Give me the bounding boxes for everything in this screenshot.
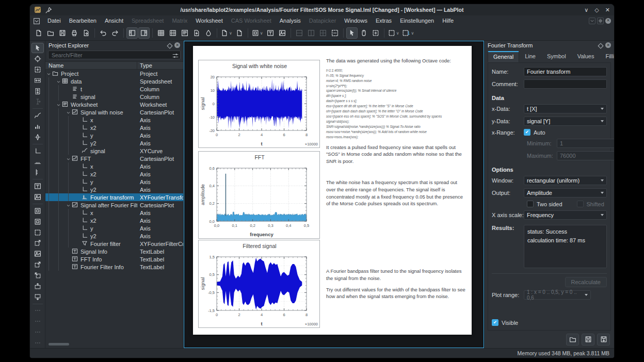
close-menubar-icon[interactable]: ✕ [605, 18, 611, 24]
print-preview-button[interactable] [81, 27, 92, 39]
menu-ansicht[interactable]: Ansicht [101, 17, 127, 25]
tree-horizontal-scrollbar[interactable] [47, 342, 181, 347]
float-dock-icon[interactable] [597, 42, 603, 48]
visible-checkbox[interactable]: ✔ [492, 319, 498, 326]
tree-row-fft-info[interactable]: FFT InfoTextLabel [45, 255, 183, 263]
output-combobox[interactable]: Amplitude [524, 188, 607, 198]
tree-row-project[interactable]: ProjectProject [45, 70, 183, 77]
scale-auto-x-tool[interactable] [31, 270, 44, 281]
zoom-fit-page-tool[interactable] [31, 249, 44, 259]
fourier-filter-info-label[interactable]: A Fourier bandpass filter tuned to the s… [326, 268, 466, 300]
close-dock-icon[interactable]: ✕ [605, 42, 611, 48]
zoom-selection-tool[interactable] [31, 64, 44, 75]
tree-row-x2[interactable]: x2Axis [45, 217, 183, 224]
import-data-button[interactable] [191, 27, 202, 39]
settings-gear-icon[interactable] [597, 18, 604, 24]
scale-auto-y-tool[interactable] [31, 281, 44, 291]
menu-bearbeiten[interactable]: Bearbeiten [65, 17, 101, 25]
zoom-x-selection-tool[interactable] [31, 75, 44, 86]
xaxis-scale-combobox[interactable]: Frequency [524, 210, 607, 220]
window-menu-icon[interactable] [33, 18, 40, 24]
new-spreadsheet-button[interactable] [155, 27, 167, 39]
new-worksheet-button[interactable] [179, 27, 190, 39]
save-project-button[interactable] [57, 27, 68, 39]
tree-row-signal[interactable]: signalXYCurve [45, 147, 183, 155]
zoom-select-mode-button[interactable] [370, 27, 381, 39]
tree-row-y[interactable]: yAxis [45, 224, 183, 232]
plot-filtered-signal[interactable]: Filtered signal024681,50,5-0,5-1,5t×1000… [198, 240, 320, 328]
plot-signal-with-white-noise[interactable]: Signal with white noise0246820100-10-20t… [198, 60, 320, 148]
duplicate-document-button[interactable] [234, 27, 245, 39]
break-layout-button[interactable] [329, 27, 341, 39]
magnification-button[interactable]: 1∨ [401, 27, 415, 39]
menu-hilfe[interactable]: Hilfe [438, 17, 458, 25]
select-mode-tool[interactable] [31, 43, 44, 53]
zoom-fit-selection-tool[interactable] [31, 238, 44, 248]
save-config-button[interactable] [582, 334, 594, 345]
collapse-menubar-icon[interactable] [589, 18, 595, 24]
search-input[interactable] [51, 52, 172, 59]
menu-datei[interactable]: Datei [43, 17, 65, 25]
ydata-combobox[interactable]: signal [Y] [524, 117, 607, 126]
tree-row-fft[interactable]: FFTCartesianPlot [45, 155, 183, 162]
tree-row-signal-info[interactable]: Signal InfoTextLabel [45, 248, 183, 255]
add-histogram-tool[interactable] [31, 121, 44, 131]
tree-row-y2[interactable]: y2Axis [45, 232, 183, 240]
zoom-y-selection-tool[interactable] [31, 86, 44, 96]
shift-down-tool[interactable] [31, 292, 44, 302]
two-sided-checkbox[interactable] [527, 201, 534, 207]
pin-icon[interactable] [45, 7, 51, 13]
tree-row-y[interactable]: yAxis [45, 131, 183, 139]
filter-options-icon[interactable] [172, 52, 178, 58]
add-vertical-axis-tool[interactable] [31, 167, 44, 177]
menu-einstellungen[interactable]: Einstellungen [396, 17, 438, 25]
zoom-mode-button[interactable]: ∨ [251, 27, 264, 39]
open-project-button[interactable] [45, 27, 56, 39]
scale-auto-tool[interactable] [31, 259, 44, 270]
plot-fft[interactable]: FFT0,00,10,20,30,40,50,00,20,40,6frequen… [198, 151, 320, 239]
menu-worksheet[interactable]: Worksheet [191, 17, 227, 25]
add-text-label-button[interactable] [265, 27, 276, 39]
add-xy-curve-tool[interactable] [31, 110, 44, 121]
undo-button[interactable] [98, 27, 109, 39]
tree-header-name[interactable]: Name [45, 62, 137, 69]
zoom-in-tool[interactable] [31, 206, 44, 216]
tree-row-signal[interactable]: signalColumn [45, 93, 183, 101]
tree-row-t[interactable]: tColumn [45, 85, 183, 93]
data-picker-tool[interactable] [31, 132, 44, 142]
tab-symbol[interactable]: Symbol [541, 51, 572, 62]
tree-row-y2[interactable]: y2Axis [45, 139, 183, 147]
worksheet-view[interactable]: Signal with white noise0246820100-10-20t… [184, 41, 484, 348]
fft-info-label[interactable]: The white noise has a frequency spectrum… [326, 179, 466, 207]
new-matrix-button[interactable] [167, 27, 179, 39]
tree-row-fourier-filter-info[interactable]: Fourier Filter InfoTextLabel [45, 263, 183, 271]
tree-row-y2[interactable]: y2Axis [45, 186, 183, 193]
tree-row-x[interactable]: xAxis [45, 116, 183, 124]
maximize-button[interactable]: ◇ [594, 7, 599, 13]
tree-row-fourier-transform[interactable]: Fourier transformXYFourierTransformCurve [45, 193, 183, 201]
name-field[interactable] [524, 67, 607, 76]
color-drop-button[interactable] [203, 27, 214, 39]
close-dock-icon[interactable]: ✕ [174, 42, 180, 48]
navigate-mode-button[interactable] [358, 27, 369, 39]
redo-button[interactable] [109, 27, 121, 39]
worksheet-page[interactable]: Signal with white noise0246820100-10-20t… [193, 46, 472, 335]
new-project-button[interactable] [33, 27, 44, 39]
add-horizontal-axis-tool[interactable] [31, 157, 44, 167]
tab-general[interactable]: General [488, 51, 519, 62]
tree-row-x2[interactable]: x2Axis [45, 170, 183, 178]
tree-row-y[interactable]: yAxis [45, 178, 183, 186]
save-config-as-button[interactable] [597, 334, 610, 345]
tree-row-x[interactable]: xAxis [45, 209, 183, 217]
tree-row-signal-after-fourier-filter[interactable]: Signal after Fourier FilterCartesianPlot [45, 201, 183, 209]
signal-info-label[interactable]: The data was generated using the followi… [326, 57, 469, 165]
auto-checkbox[interactable]: ✔ [524, 129, 530, 136]
tree-row-fourier-filter[interactable]: Fourier filterXYFourierFilterCurve [45, 240, 183, 248]
tree-header[interactable]: Name Type [45, 61, 183, 70]
select-mode-button[interactable] [346, 27, 358, 39]
tab-line[interactable]: Line [519, 51, 541, 62]
comment-field[interactable] [524, 79, 607, 89]
add-image-button[interactable] [277, 27, 288, 39]
zoom-out-tool[interactable] [31, 217, 44, 227]
tree-row-x2[interactable]: x2Axis [45, 124, 183, 131]
